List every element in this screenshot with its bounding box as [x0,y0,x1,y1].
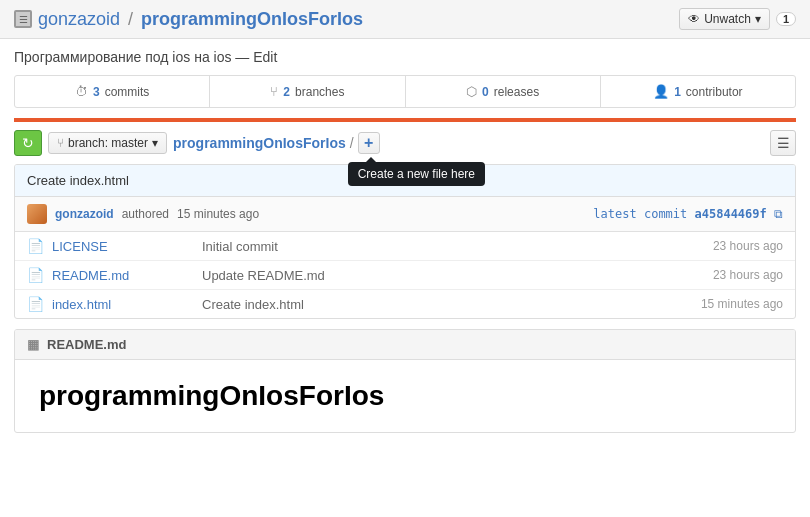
list-view-icon: ☰ [777,135,790,151]
stats-bar: ⏱ 3 commits ⑂ 2 branches ⬡ 0 releases 👤 … [14,75,796,108]
file-message: Initial commit [202,239,713,254]
page-subtitle: Программирование под ios на ios — Edit [0,39,810,75]
readme-header: ▦ README.md [15,330,795,360]
stat-branches[interactable]: ⑂ 2 branches [210,76,405,107]
commit-author-link[interactable]: gonzazoid [55,207,114,221]
commits-label: commits [105,85,150,99]
releases-count: 0 [482,85,489,99]
file-time: 15 minutes ago [701,297,783,311]
add-file-container: + Create a new file here [358,132,380,154]
list-view-button[interactable]: ☰ [770,130,796,156]
file-icon: 📄 [27,296,44,312]
branches-label: branches [295,85,344,99]
file-name-link[interactable]: index.html [52,297,202,312]
releases-icon: ⬡ [466,84,477,99]
commits-count: 3 [93,85,100,99]
file-name-link[interactable]: LICENSE [52,239,202,254]
path-separator: / [350,135,354,151]
commit-hash-area: latest commit a45844469f ⧉ [593,207,783,221]
readme-title: programmingOnIosForIos [39,380,771,412]
commit-action: authored [122,207,169,221]
commit-meta: gonzazoid authored 15 minutes ago latest… [15,197,795,232]
contributor-count: 1 [674,85,681,99]
page-header: ☰ gonzazoid / programmingOnIosForIos 👁 U… [0,0,810,39]
readme-header-label: README.md [47,337,126,352]
path-breadcrumb: programmingOnIosForIos / + Create a new … [173,132,380,154]
branch-label: branch: master [68,136,148,150]
add-file-button[interactable]: + [358,132,380,154]
file-list: Create index.html gonzazoid authored 15 … [14,164,796,319]
file-icon: 📄 [27,267,44,283]
create-file-tooltip: Create a new file here [348,162,485,186]
file-message: Update README.md [202,268,713,283]
file-time: 23 hours ago [713,239,783,253]
chevron-down-icon: ▾ [755,12,761,26]
latest-commit-label: latest commit [593,207,687,221]
table-row: 📄 LICENSE Initial commit 23 hours ago [15,232,795,261]
commits-icon: ⏱ [75,84,88,99]
header-actions: 👁 Unwatch ▾ 1 [679,8,796,30]
toolbar-right: ☰ [770,130,796,156]
readme-icon: ▦ [27,337,39,352]
file-message: Create index.html [202,297,701,312]
releases-label: releases [494,85,539,99]
branch-chevron-icon: ▾ [152,136,158,150]
repo-path-link[interactable]: programmingOnIosForIos [173,135,346,151]
branches-icon: ⑂ [270,84,278,99]
repo-separator: / [128,9,133,30]
readme-content: programmingOnIosForIos [15,360,795,432]
stat-commits[interactable]: ⏱ 3 commits [15,76,210,107]
repo-toolbar: ↻ ⑂ branch: master ▾ programmingOnIosFor… [0,122,810,164]
commit-time: 15 minutes ago [177,207,259,221]
avatar [27,204,47,224]
copy-hash-icon[interactable]: ⧉ [774,207,783,221]
contributor-icon: 👤 [653,84,669,99]
unwatch-button[interactable]: 👁 Unwatch ▾ [679,8,770,30]
file-icon: 📄 [27,238,44,254]
commit-hash-link[interactable]: a45844469f [695,207,767,221]
contributor-label: contributor [686,85,743,99]
repo-name-link[interactable]: programmingOnIosForIos [141,9,363,30]
branches-count: 2 [283,85,290,99]
table-row: 📄 index.html Create index.html 15 minute… [15,290,795,318]
repo-icon: ☰ [14,10,32,28]
stat-contributors[interactable]: 👤 1 contributor [601,76,795,107]
file-name-link[interactable]: README.md [52,268,202,283]
git-refresh-button[interactable]: ↻ [14,130,42,156]
eye-icon: 👁 [688,12,700,26]
branch-icon: ⑂ [57,136,64,150]
table-row: 📄 README.md Update README.md 23 hours ag… [15,261,795,290]
stat-releases[interactable]: ⬡ 0 releases [406,76,601,107]
unwatch-label: Unwatch [704,12,751,26]
file-time: 23 hours ago [713,268,783,282]
repo-owner-link[interactable]: gonzazoid [38,9,120,30]
readme-section: ▦ README.md programmingOnIosForIos [14,329,796,433]
watch-count-badge: 1 [776,12,796,26]
branch-selector[interactable]: ⑂ branch: master ▾ [48,132,167,154]
